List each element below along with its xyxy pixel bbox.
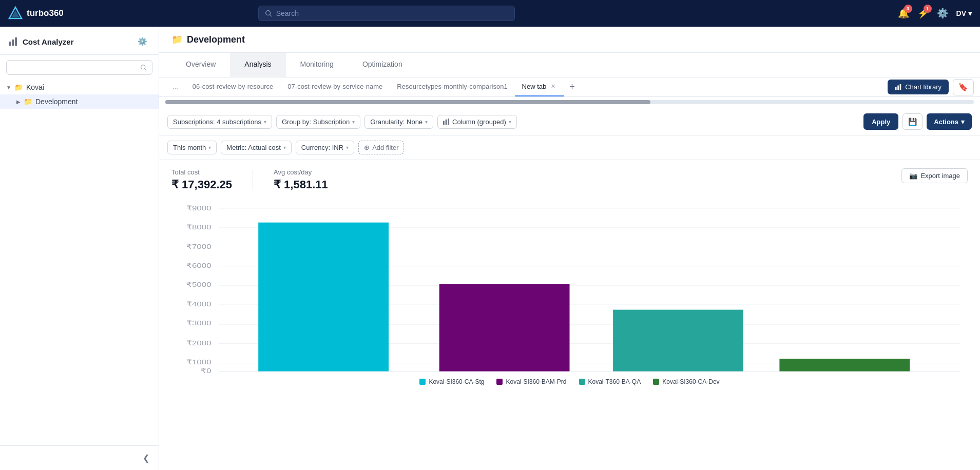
- export-image-button[interactable]: 📷 Export image: [901, 168, 968, 183]
- sidebar-search-box[interactable]: [6, 60, 152, 75]
- metric-filter[interactable]: Metric: Actual cost ▾: [221, 141, 291, 154]
- svg-rect-13: [446, 119, 447, 124]
- group-by-filter[interactable]: Group by: Subscription ▾: [276, 115, 360, 129]
- chart-type-label: Column (grouped): [452, 118, 506, 126]
- actions-button[interactable]: Actions ▾: [927, 113, 972, 130]
- development-label: Development: [35, 97, 78, 106]
- svg-line-3: [270, 15, 272, 17]
- tab-scrollbar[interactable]: [159, 97, 980, 108]
- scrollbar-track[interactable]: [165, 100, 974, 104]
- svg-rect-10: [897, 85, 899, 90]
- user-initials: DV: [956, 9, 966, 17]
- bookmark-button[interactable]: 🔖: [953, 79, 974, 95]
- sidebar-search-icon: [140, 64, 147, 71]
- legend-color-1: [419, 379, 426, 385]
- tab-monitoring[interactable]: Monitoring: [286, 53, 348, 77]
- chart-tab-4[interactable]: New tab ✕: [515, 77, 565, 96]
- svg-rect-6: [15, 37, 17, 46]
- currency-label: Currency: INR: [301, 144, 343, 151]
- chart-tab-3[interactable]: Resourcetypes-monthly-comparison1: [390, 77, 514, 96]
- subscriptions-filter[interactable]: Subscriptions: 4 subscriptions ▾: [167, 115, 272, 129]
- close-tab-icon[interactable]: ✕: [549, 83, 557, 90]
- svg-text:₹3000: ₹3000: [186, 320, 212, 327]
- main-content: 📁 Development Overview Analysis Monitori…: [159, 27, 980, 470]
- tab-overview[interactable]: Overview: [171, 53, 230, 77]
- page-title: 📁 Development: [171, 34, 245, 45]
- scrollbar-thumb[interactable]: [165, 100, 650, 104]
- svg-rect-4: [9, 42, 11, 46]
- alerts-button[interactable]: ⚡ 1: [917, 8, 929, 19]
- chart-tabs-bar: ... 06-cost-review-by-resource 07-cost-r…: [159, 77, 980, 97]
- chevron-down-icon: ▾: [425, 119, 428, 125]
- legend-color-3: [579, 379, 585, 385]
- alerts-badge: 1: [924, 5, 932, 13]
- granularity-label: Granularity: None: [370, 118, 422, 126]
- filter-actions: Apply 💾 Actions ▾: [863, 113, 972, 130]
- avg-cost-value: ₹ 1,581.11: [274, 178, 328, 191]
- app-name: turbo360: [27, 8, 64, 18]
- search-box[interactable]: [258, 6, 515, 21]
- total-cost-card: Total cost ₹ 17,392.25: [171, 168, 232, 191]
- app-body: Cost Analyzer ⚙️ ▼ 📁 Kovai ▶ 📁 Developme…: [0, 27, 980, 470]
- time-range-filter[interactable]: This month ▾: [167, 141, 217, 154]
- save-icon: 💾: [908, 118, 917, 126]
- search-input[interactable]: [276, 9, 508, 17]
- apply-button[interactable]: Apply: [863, 113, 898, 130]
- sidebar: Cost Analyzer ⚙️ ▼ 📁 Kovai ▶ 📁 Developme…: [0, 27, 159, 470]
- settings-button[interactable]: ⚙️: [937, 8, 948, 19]
- svg-rect-14: [448, 119, 449, 125]
- chevron-down-icon: ▾: [283, 145, 286, 150]
- collapse-sidebar-button[interactable]: ❮: [139, 451, 153, 465]
- funnel-icon: ⊕: [364, 144, 370, 151]
- chevron-down-icon: ▾: [961, 118, 965, 126]
- sidebar-settings-button[interactable]: ⚙️: [134, 35, 150, 48]
- legend-item-1: Kovai-SI360-CA-Stg: [419, 378, 484, 385]
- tab-analysis[interactable]: Analysis: [230, 53, 285, 77]
- chevron-down-icon: ▾: [509, 119, 511, 125]
- currency-filter[interactable]: Currency: INR ▾: [296, 141, 354, 154]
- legend-item-4: Kovai-SI360-CA-Dev: [653, 378, 719, 385]
- page-header: 📁 Development: [159, 27, 980, 53]
- chart-area: Total cost ₹ 17,392.25 Avg cost/day ₹ 1,…: [159, 160, 980, 470]
- chevron-right-icon: ▶: [16, 99, 21, 105]
- bookmark-icon: 🔖: [958, 83, 968, 91]
- chart-tab-prev[interactable]: ...: [165, 77, 185, 96]
- svg-text:₹6000: ₹6000: [186, 262, 212, 269]
- legend-color-4: [653, 379, 659, 385]
- folder-icon: 📁: [171, 34, 183, 45]
- chart-tab-1[interactable]: 06-cost-review-by-resource: [185, 77, 281, 96]
- user-menu[interactable]: DV ▾: [956, 9, 972, 17]
- chart-type-filter[interactable]: Column (grouped) ▾: [437, 115, 517, 129]
- legend-label-4: Kovai-SI360-CA-Dev: [662, 378, 719, 385]
- column-chart-icon: [443, 119, 450, 125]
- chevron-down-icon: ▾: [264, 119, 266, 125]
- bar-kovai-ca-dev[interactable]: [779, 359, 910, 371]
- chart-icon: [895, 84, 902, 91]
- kovai-label: Kovai: [26, 83, 44, 91]
- export-label: Export image: [920, 172, 960, 180]
- sidebar-item-kovai[interactable]: ▼ 📁 Kovai: [0, 80, 159, 94]
- legend-label-1: Kovai-SI360-CA-Stg: [429, 378, 484, 385]
- chart-tab-2[interactable]: 07-cost-review-by-service-name: [280, 77, 390, 96]
- nav-right: 🔔 3 ⚡ 1 ⚙️ DV ▾: [898, 8, 972, 19]
- granularity-filter[interactable]: Granularity: None ▾: [364, 115, 433, 129]
- save-icon-button[interactable]: 💾: [902, 113, 923, 130]
- notifications-button[interactable]: 🔔 3: [898, 8, 909, 19]
- sidebar-item-development[interactable]: ▶ 📁 Development: [0, 94, 159, 109]
- add-tab-button[interactable]: +: [564, 79, 580, 95]
- divider: [253, 170, 253, 189]
- subscriptions-label: Subscriptions: 4 subscriptions: [173, 118, 261, 126]
- chart-library-button[interactable]: Chart library: [888, 80, 949, 94]
- add-filter-button[interactable]: ⊕ Add filter: [358, 141, 404, 154]
- sidebar-search-input[interactable]: [12, 64, 137, 71]
- bar-kovai-ba-qa[interactable]: [613, 310, 743, 371]
- tree-root: ▼ 📁 Kovai ▶ 📁 Development: [0, 80, 159, 109]
- bar-kovai-ca-stg[interactable]: [258, 223, 389, 371]
- search-area: [258, 6, 515, 21]
- tab-optimization[interactable]: Optimization: [348, 53, 417, 77]
- chevron-down-icon: ▼: [6, 85, 11, 90]
- bar-kovai-bam-prd[interactable]: [439, 284, 570, 371]
- search-icon: [265, 10, 272, 17]
- new-tab-label: New tab: [522, 83, 547, 90]
- sidebar-footer: ❮: [0, 445, 159, 470]
